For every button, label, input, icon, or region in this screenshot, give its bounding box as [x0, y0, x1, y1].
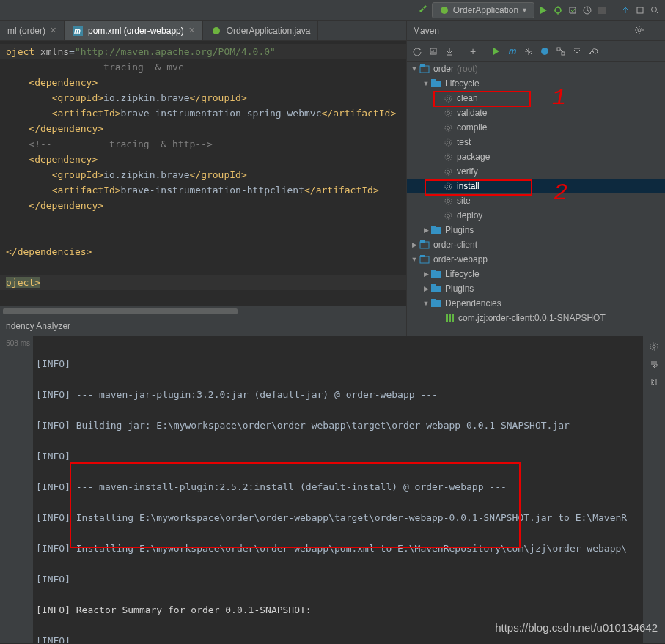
svg-rect-50 [420, 256, 429, 263]
lifecycle-deploy[interactable]: deploy [407, 208, 665, 223]
svg-rect-57 [431, 299, 436, 301]
folder-icon [430, 270, 442, 278]
svg-rect-21 [562, 52, 565, 55]
close-icon[interactable]: ✕ [50, 26, 56, 35]
spring-icon [210, 25, 222, 37]
soft-wrap-icon[interactable] [648, 358, 660, 370]
webapp-dependencies-folder[interactable]: ▼Dependencies [407, 296, 665, 311]
lifecycle-compile[interactable]: compile [407, 120, 665, 135]
maven-file-icon: m [72, 25, 84, 37]
gear-icon[interactable] [633, 24, 645, 36]
profile-icon[interactable] [581, 4, 593, 16]
svg-rect-48 [420, 242, 429, 248]
svg-point-0 [441, 7, 448, 14]
tab-label: OrderApplication.java [227, 26, 311, 36]
folder-icon [430, 226, 442, 234]
scroll-end-icon[interactable] [648, 376, 660, 388]
maven-title: Maven [413, 26, 439, 36]
reload-icon[interactable] [411, 45, 423, 57]
svg-point-14 [638, 29, 641, 32]
folder-icon [430, 284, 442, 293]
close-icon[interactable]: ✕ [188, 26, 195, 35]
run-icon[interactable] [491, 45, 502, 57]
download-icon[interactable] [444, 45, 455, 57]
webapp-lifecycle-folder[interactable]: ▶Lifecycle [407, 267, 665, 281]
svg-point-19 [541, 48, 548, 55]
search-icon[interactable] [649, 4, 661, 16]
execute-goal-icon[interactable]: m [507, 45, 518, 57]
svg-rect-20 [557, 48, 560, 51]
collapse-icon[interactable] [571, 45, 583, 57]
console-output[interactable]: [INFO] [INFO] --- maven-jar-plugin:3.2.0… [33, 336, 643, 643]
svg-point-62 [650, 343, 658, 350]
debug-icon[interactable] [552, 4, 564, 16]
wrench-icon[interactable] [587, 45, 599, 57]
gear-icon [442, 168, 454, 176]
svg-point-33 [445, 125, 452, 131]
svg-rect-46 [431, 227, 441, 234]
main-toolbar: OrderApplication ▼ [0, 0, 665, 21]
annotation-box-1 [433, 91, 531, 107]
code-editor[interactable]: oject xmlns="http://maven.apache.org/POM… [0, 41, 406, 306]
plugins-folder[interactable]: ▶Plugins [407, 223, 665, 237]
coverage-icon[interactable] [567, 4, 578, 16]
svg-point-1 [555, 7, 561, 13]
toggle-skip-tests-icon[interactable] [539, 45, 551, 57]
stop-icon[interactable] [596, 4, 608, 16]
gear-icon [442, 109, 454, 117]
svg-text:m: m [74, 27, 81, 35]
svg-point-34 [447, 141, 449, 144]
svg-point-38 [447, 170, 449, 173]
module-order-client[interactable]: ▶order-client [407, 237, 665, 252]
svg-rect-8 [637, 7, 643, 13]
svg-rect-27 [431, 79, 436, 81]
svg-rect-58 [446, 314, 448, 322]
git-commit-icon[interactable] [634, 4, 646, 16]
dependency-item[interactable]: com.jzj:order-client:0.0.1-SNAPSHOT [407, 311, 665, 325]
lifecycle-folder[interactable]: ▼ Lifecycle [407, 76, 665, 91]
svg-rect-26 [431, 81, 441, 87]
gear-icon[interactable] [648, 341, 660, 352]
svg-point-37 [445, 154, 452, 160]
svg-line-10 [656, 12, 658, 14]
run-configuration-selector[interactable]: OrderApplication ▼ [432, 2, 534, 18]
tab-pom-order-webapp[interactable]: m pom.xml (order-webapp) ✕ [65, 21, 203, 40]
lifecycle-site[interactable]: site [407, 193, 665, 208]
hammer-icon[interactable] [417, 4, 429, 16]
dependency-analyzer-tab[interactable]: ndency Analyzer [0, 317, 406, 336]
gear-icon [442, 124, 454, 132]
gear-icon [442, 212, 454, 220]
build-time: 508 ms [3, 339, 30, 347]
annotation-box-3 [70, 462, 521, 548]
svg-point-42 [447, 199, 449, 202]
editor-pane: ml (order) ✕ m pom.xml (order-webapp) ✕ … [0, 21, 407, 336]
run-icon[interactable] [537, 4, 549, 16]
add-icon[interactable]: + [467, 45, 479, 57]
dropdown-icon: ▼ [521, 7, 528, 14]
lifecycle-package[interactable]: package [407, 149, 665, 164]
svg-rect-49 [420, 240, 425, 243]
git-update-icon[interactable] [620, 4, 631, 16]
webapp-plugins-folder[interactable]: ▶Plugins [407, 281, 665, 296]
svg-rect-51 [420, 255, 425, 257]
show-deps-icon[interactable] [555, 45, 567, 57]
watermark: https://blog.csdn.net/u010134642 [495, 621, 658, 634]
generate-sources-icon[interactable] [427, 45, 439, 57]
svg-point-9 [652, 7, 657, 12]
console-side-toolbar [643, 336, 665, 643]
svg-rect-25 [420, 64, 425, 67]
svg-point-30 [447, 111, 449, 114]
toggle-offline-icon[interactable] [523, 45, 534, 57]
horizontal-scrollbar[interactable] [0, 306, 406, 317]
lifecycle-verify[interactable]: verify [407, 164, 665, 179]
gear-icon [442, 153, 454, 161]
tab-order-application[interactable]: OrderApplication.java [203, 21, 319, 40]
svg-rect-55 [431, 284, 436, 286]
hide-icon[interactable]: — [647, 26, 659, 37]
tab-pom-order[interactable]: ml (order) ✕ [0, 21, 65, 40]
lifecycle-test[interactable]: test [407, 135, 665, 149]
maven-root-node[interactable]: ▼ order(root) [407, 62, 665, 76]
library-icon [444, 314, 455, 322]
lifecycle-validate[interactable]: validate [407, 106, 665, 120]
module-order-webapp[interactable]: ▼order-webapp [407, 252, 665, 267]
